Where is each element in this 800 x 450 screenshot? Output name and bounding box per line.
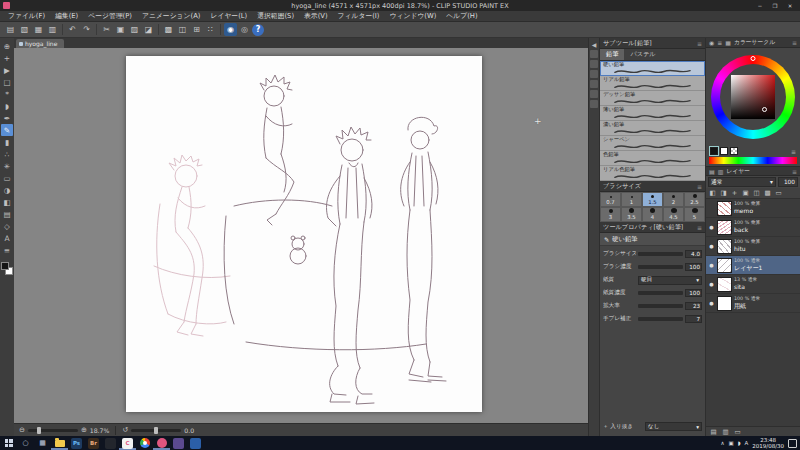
layer-tab-icon[interactable]: ▤ xyxy=(709,168,715,175)
active-toggle-icon[interactable]: ◉ xyxy=(224,23,237,36)
panel-menu-icon[interactable]: ≡ xyxy=(792,39,797,46)
texture-density-slider[interactable] xyxy=(638,291,683,295)
palette-dock-icon[interactable] xyxy=(590,90,598,98)
task-view-icon[interactable]: ▦ xyxy=(34,436,51,450)
layer-property-tab-icon[interactable]: ▥ xyxy=(718,168,724,175)
selection-tool-icon[interactable]: □ xyxy=(1,76,13,88)
undo-icon[interactable]: ↶ xyxy=(66,23,79,36)
layer-row[interactable]: ● 100 % 通常 用紙 xyxy=(706,294,800,313)
panel-menu-icon[interactable]: ≡ xyxy=(697,40,702,47)
sv-marker[interactable] xyxy=(762,107,767,112)
brush-item[interactable]: リアル色鉛筆 xyxy=(600,166,705,181)
layer-thumbnail[interactable] xyxy=(717,258,732,273)
layer-visibility-icon[interactable]: ● xyxy=(708,243,715,249)
palette-dock-icon[interactable] xyxy=(590,60,598,68)
brush-density-slider[interactable] xyxy=(638,265,683,269)
redo-icon[interactable]: ↷ xyxy=(80,23,93,36)
taskbar-app-purple[interactable] xyxy=(170,436,187,450)
menu-edit[interactable]: 編集(E) xyxy=(50,11,83,21)
stabilization-slider[interactable] xyxy=(638,317,683,321)
brush-density-value[interactable]: 100 xyxy=(685,263,702,271)
brush-size-preset[interactable]: 5 xyxy=(684,207,705,222)
layer-thumbnail[interactable] xyxy=(717,296,732,311)
menu-selection[interactable]: 選択範囲(S) xyxy=(252,11,299,21)
pencil-tool-icon[interactable]: ✎ xyxy=(1,124,13,136)
new-layer-icon[interactable]: + xyxy=(730,189,739,197)
blend-tool-icon[interactable]: ◑ xyxy=(1,184,13,196)
print-icon[interactable]: ▥ xyxy=(46,23,59,36)
layer-name[interactable]: memo xyxy=(734,207,760,215)
zoom-out-icon[interactable]: ⊖ xyxy=(19,426,25,434)
notification-center-icon[interactable] xyxy=(788,439,797,448)
menu-layer[interactable]: レイヤー(L) xyxy=(205,11,252,21)
main-color-swatch[interactable] xyxy=(710,147,718,155)
copy-icon[interactable]: ▣ xyxy=(114,23,127,36)
color-spectrum-bar[interactable] xyxy=(709,157,797,164)
eraser-tool-icon[interactable]: ▭ xyxy=(1,172,13,184)
brush-item[interactable]: 硬い鉛筆 xyxy=(600,61,705,76)
taskbar-clock[interactable]: 23:48 2019/08/30 xyxy=(752,437,784,450)
layer-thumbnail[interactable] xyxy=(717,201,732,216)
snap-special-icon[interactable]: ∷ xyxy=(204,23,217,36)
brush-size-preset[interactable]: 3.5 xyxy=(621,207,642,222)
in-out-dropdown[interactable]: なし ▾ xyxy=(645,422,702,431)
tray-expand-icon[interactable]: ∧ xyxy=(720,440,724,446)
operation-tool-icon[interactable]: ▶ xyxy=(1,64,13,76)
volume-icon[interactable]: ◗ xyxy=(738,440,741,446)
layer-palette-icon[interactable]: ▩ xyxy=(763,189,772,197)
layer-footer-icon[interactable]: ▥ xyxy=(721,428,730,436)
rotate-icon[interactable]: ↺ xyxy=(122,426,128,434)
document-tab[interactable]: hyoga_line xyxy=(16,39,64,48)
scale-value[interactable]: 23 xyxy=(685,302,702,310)
snap-grid-icon[interactable]: ⊞ xyxy=(190,23,203,36)
layer-row[interactable]: 100 % 乗算 memo xyxy=(706,199,800,218)
layer-name[interactable]: sita xyxy=(734,283,757,291)
paper-texture-dropdown[interactable]: 硬目 ▾ xyxy=(638,276,702,285)
drawing-canvas[interactable] xyxy=(126,56,482,412)
brush-size-value[interactable]: 4.0 xyxy=(685,250,702,258)
delete-layer-icon[interactable]: ▭ xyxy=(774,189,783,197)
blend-mode-select[interactable]: 通常 ▾ xyxy=(708,177,776,187)
eyedropper-tool-icon[interactable]: ◗ xyxy=(1,100,13,112)
network-icon[interactable]: ▣ xyxy=(728,440,733,446)
decoration-tool-icon[interactable]: ✳ xyxy=(1,160,13,172)
close-icon[interactable]: ✕ xyxy=(783,1,797,10)
figure-tool-icon[interactable]: ◇ xyxy=(1,220,13,232)
menu-file[interactable]: ファイル(F) xyxy=(3,11,50,21)
palette-dock-icon[interactable] xyxy=(590,100,598,108)
layer-thumbnail[interactable] xyxy=(717,277,732,292)
brush-size-preset[interactable]: 0.7 xyxy=(600,192,621,207)
palette-dock-icon[interactable] xyxy=(590,80,598,88)
taskbar-app-clip-paint[interactable] xyxy=(153,436,170,450)
layer-mask-icon[interactable]: ◫ xyxy=(752,189,761,197)
brush-size-preset[interactable]: 3 xyxy=(600,207,621,222)
move-tool-icon[interactable]: + xyxy=(1,52,13,64)
brush-tool-icon[interactable]: ▮ xyxy=(1,136,13,148)
collapse-dock-icon[interactable]: ◀ xyxy=(592,41,597,48)
canvas-viewport[interactable]: + xyxy=(14,48,588,423)
layer-name[interactable]: hitu xyxy=(734,245,760,253)
layer-thumbnail[interactable] xyxy=(717,239,732,254)
fill-tool-icon[interactable]: ◧ xyxy=(1,196,13,208)
layer-footer-icon[interactable]: ▭ xyxy=(733,428,742,436)
hue-marker[interactable] xyxy=(751,56,756,61)
zoom-tool-icon[interactable]: ⊕ xyxy=(1,40,13,52)
layer-opacity-field[interactable]: 100 xyxy=(778,177,798,187)
layer-name[interactable]: レイヤー1 xyxy=(734,264,762,272)
gradient-tool-icon[interactable]: ▤ xyxy=(1,208,13,220)
layer-visibility-icon[interactable]: ● xyxy=(708,281,715,287)
layer-visibility-icon[interactable]: ● xyxy=(708,300,715,306)
stabilization-value[interactable]: 7 xyxy=(685,315,702,323)
zoom-slider[interactable] xyxy=(28,429,78,432)
panel-menu-icon[interactable]: ≡ xyxy=(697,183,702,190)
brush-size-preset[interactable]: 2 xyxy=(663,192,684,207)
cut-icon[interactable]: ✂ xyxy=(100,23,113,36)
brush-item[interactable]: デッサン鉛筆 xyxy=(600,91,705,106)
texture-density-value[interactable]: 100 xyxy=(685,289,702,297)
panel-menu-icon[interactable]: ≡ xyxy=(697,224,702,231)
brush-item[interactable]: 濃い鉛筆 xyxy=(600,121,705,136)
brush-size-preset[interactable]: 1.5 xyxy=(642,192,663,207)
layer-row[interactable]: ● 13 % 通常 sita xyxy=(706,275,800,294)
ime-indicator[interactable]: A xyxy=(745,440,749,446)
brush-item[interactable]: 色鉛筆 xyxy=(600,151,705,166)
